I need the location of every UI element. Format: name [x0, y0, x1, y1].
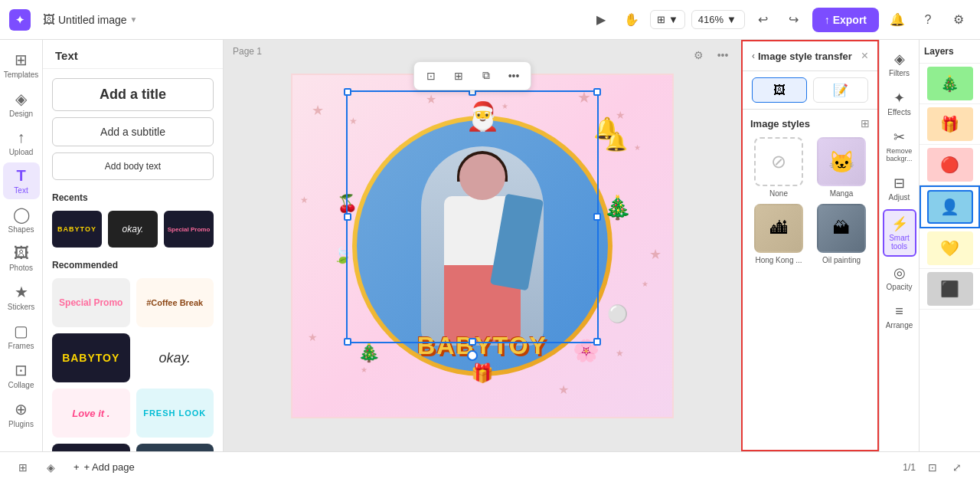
- layer-item-1[interactable]: 🎄: [920, 64, 980, 104]
- fullscreen-btn[interactable]: ⤢: [946, 457, 968, 478]
- remove-bg-label: Remove backgr...: [886, 147, 913, 162]
- style-thumb-hongkong: 🏙: [754, 204, 803, 253]
- rec-item-7[interactable]: Exclusive Jewelry: [52, 444, 130, 451]
- text-panel-header: Text: [43, 40, 223, 69]
- layers-panel: Layers 🎄 🎁 🔴 👤 💛 ⬛: [919, 40, 980, 451]
- filters-label: Filters: [889, 69, 910, 77]
- style-label-hongkong: Hong Kong ...: [755, 256, 802, 264]
- layer-item-6[interactable]: ⬛: [920, 269, 980, 310]
- hand-tool-btn[interactable]: ✋: [619, 8, 644, 32]
- rec-item-5[interactable]: Love it .: [52, 389, 130, 438]
- sidebar-item-templates[interactable]: ⊞ Templates: [3, 46, 40, 84]
- smart-tools-btn[interactable]: ⚡ Smart tools: [883, 209, 916, 257]
- smart-tools-icon: ⚡: [891, 215, 908, 232]
- canvas-frame[interactable]: ★ ★ ★ ★ ★ ★ ★ ★ ★ ★ ★ ★ ★ ★: [291, 74, 674, 418]
- rec-item-2[interactable]: #Coffee Break: [136, 278, 214, 327]
- adjust-btn[interactable]: ⊟ Adjust: [883, 170, 916, 206]
- effects-btn[interactable]: ✦ Effects: [883, 85, 916, 121]
- notifications-btn[interactable]: 🔔: [885, 8, 910, 32]
- sidebar-item-upload-label: Upload: [9, 148, 34, 156]
- remove-bg-btn[interactable]: ✂ Remove backgr...: [883, 124, 916, 167]
- sidebar-item-design[interactable]: ◈ Design: [3, 85, 40, 123]
- style-tab-text[interactable]: 📝: [813, 77, 868, 103]
- style-item-oil[interactable]: 🏔 Oil painting: [813, 204, 870, 264]
- image-styles-label: Image styles: [750, 118, 810, 130]
- filters-btn[interactable]: ◈ Filters: [883, 46, 916, 82]
- recent-item-3[interactable]: Special Promo: [164, 211, 214, 248]
- text-action-buttons: Add a title Add a subtitle Add body text: [52, 78, 214, 180]
- text-panel: Text Add a title Add a subtitle Add body…: [43, 40, 224, 451]
- help-btn[interactable]: ?: [916, 8, 940, 32]
- sidebar-item-text[interactable]: T Text: [3, 162, 40, 199]
- canvas-more-btn[interactable]: •••: [714, 46, 732, 64]
- recommended-label: Recommended: [52, 260, 214, 271]
- rec-item-4[interactable]: okay.: [136, 333, 214, 382]
- bottom-right-icons: ⊡ ⤢: [922, 457, 968, 478]
- rec-item-8[interactable]: WHAT IF...: [136, 444, 214, 451]
- opacity-btn[interactable]: ◎ Opacity: [883, 260, 916, 296]
- sidebar-item-shapes-label: Shapes: [8, 225, 34, 234]
- style-item-none[interactable]: ⊘ None: [750, 137, 807, 198]
- effects-label: Effects: [887, 108, 910, 116]
- rec-item-6[interactable]: FRESH LOOK: [136, 389, 214, 438]
- settings-btn[interactable]: ⚙: [946, 8, 971, 32]
- undo-btn[interactable]: ↩: [751, 8, 776, 32]
- canvas-settings-btn[interactable]: ⚙: [689, 46, 707, 64]
- layout-select[interactable]: ⊞ ▼: [650, 10, 685, 29]
- sidebar-item-stickers[interactable]: ★ Stickers: [3, 278, 40, 316]
- layer-thumb-1: 🎄: [927, 67, 973, 100]
- style-expand-btn[interactable]: ⊞: [861, 117, 870, 130]
- icon-bar: ⊞ Templates ◈ Design ↑ Upload T Text ◯ S…: [0, 40, 43, 451]
- grid-view-btn[interactable]: ⊞: [12, 457, 34, 478]
- sidebar-item-frames[interactable]: ▢ Frames: [3, 317, 40, 355]
- frames-icon: ▢: [14, 322, 28, 340]
- layer-item-5[interactable]: 💛: [920, 228, 980, 269]
- sidebar-item-plugins[interactable]: ⊕ Plugins: [3, 395, 40, 433]
- recents-label: Recents: [52, 192, 214, 203]
- doc-name[interactable]: Untitled image: [58, 14, 127, 26]
- style-item-hongkong[interactable]: 🏙 Hong Kong ...: [750, 204, 807, 264]
- recent-item-2[interactable]: okay.: [108, 211, 158, 248]
- sidebar-item-photos[interactable]: 🖼 Photos: [3, 240, 40, 277]
- add-body-btn[interactable]: Add body text: [52, 152, 214, 180]
- sidebar-item-upload[interactable]: ↑ Upload: [3, 124, 40, 161]
- style-tab-image[interactable]: 🖼: [752, 77, 807, 103]
- add-page-btn[interactable]: + + Add page: [67, 458, 141, 476]
- zoom-select[interactable]: 416% ▼: [691, 10, 745, 29]
- layer-item-3[interactable]: 🔴: [920, 145, 980, 185]
- zoom-fit-btn[interactable]: ⊡: [922, 457, 943, 478]
- opacity-icon: ◎: [893, 264, 906, 281]
- add-subtitle-btn[interactable]: Add a subtitle: [52, 117, 214, 146]
- style-item-manga[interactable]: 🐱 Manga: [813, 137, 870, 198]
- redo-btn[interactable]: ↪: [782, 8, 806, 32]
- templates-icon: ⊞: [15, 51, 28, 69]
- cursor-tool-btn[interactable]: ▶: [589, 8, 613, 32]
- layer-thumb-5: 💛: [927, 231, 973, 265]
- style-panel-back-btn[interactable]: ‹: [752, 51, 755, 61]
- sidebar-item-collage[interactable]: ⊡ Collage: [3, 356, 40, 394]
- layout-icon: ⊞: [657, 14, 665, 25]
- layer-item-2[interactable]: 🎁: [920, 104, 980, 145]
- arrange-btn[interactable]: ≡ Arrange: [883, 299, 916, 334]
- main-layout: ⊞ Templates ◈ Design ↑ Upload T Text ◯ S…: [0, 40, 980, 451]
- layer-thumb-6: ⬛: [927, 272, 973, 306]
- style-label-none: None: [769, 189, 788, 198]
- export-button[interactable]: ↑ Export: [812, 8, 879, 32]
- layer-item-4[interactable]: 👤: [920, 185, 980, 228]
- recent-item-1[interactable]: BABYTOY: [52, 211, 102, 248]
- filters-icon: ◈: [894, 51, 905, 67]
- design-icon: ◈: [15, 90, 27, 108]
- rec-item-3[interactable]: BABYTOY: [52, 333, 130, 382]
- adjust-icon: ⊟: [893, 175, 905, 192]
- canvas-area: Page 1 ⚙ ••• ★ ★ ★ ★ ★ ★ ★ ★ ★: [224, 40, 741, 451]
- canvas-wrapper[interactable]: Page 1 ⚙ ••• ★ ★ ★ ★ ★ ★ ★ ★ ★: [224, 40, 741, 451]
- sidebar-item-collage-label: Collage: [8, 381, 34, 389]
- rec-item-1[interactable]: Special Promo: [52, 278, 130, 327]
- bottom-icon-2[interactable]: ◈: [40, 457, 61, 478]
- plugins-icon: ⊕: [15, 400, 28, 418]
- doc-chevron-icon: ▼: [130, 15, 138, 24]
- style-panel-close-btn[interactable]: ×: [861, 49, 868, 63]
- sidebar-item-shapes[interactable]: ◯ Shapes: [3, 201, 40, 238]
- add-title-btn[interactable]: Add a title: [52, 78, 214, 111]
- style-panel-title: Image style transfer: [758, 51, 858, 62]
